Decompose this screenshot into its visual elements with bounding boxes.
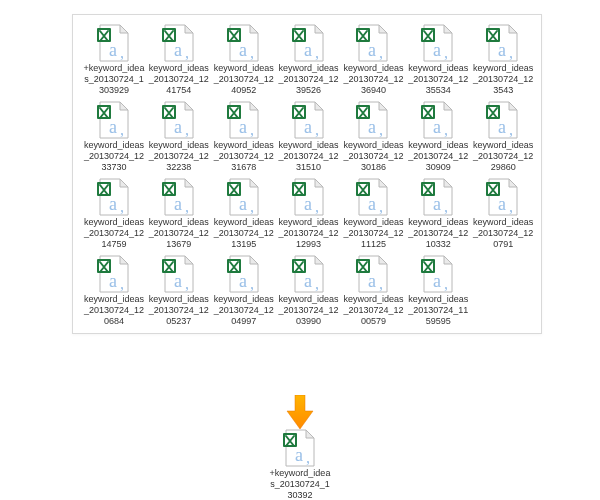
source-files-panel: +keyword_ideas_20130724_1303929 keyword_… <box>72 14 542 334</box>
excel-csv-icon <box>280 428 320 468</box>
excel-csv-icon <box>353 100 393 140</box>
excel-csv-icon <box>289 100 329 140</box>
file-item[interactable]: keyword_ideas_20130724_1239526 <box>278 23 340 96</box>
file-item[interactable]: keyword_ideas_20130724_120791 <box>472 177 534 250</box>
excel-csv-icon <box>159 23 199 63</box>
file-item[interactable]: keyword_ideas_20130724_1213195 <box>213 177 275 250</box>
excel-csv-icon <box>353 23 393 63</box>
excel-csv-icon <box>483 100 523 140</box>
file-label: keyword_ideas_20130724_1159595 <box>407 294 469 327</box>
file-label: +keyword_ideas_20130724_130392 <box>269 468 331 500</box>
file-item[interactable]: keyword_ideas_20130724_1231510 <box>278 100 340 173</box>
file-item[interactable]: keyword_ideas_20130724_1235534 <box>407 23 469 96</box>
file-label: keyword_ideas_20130724_1229860 <box>472 140 534 173</box>
file-label: keyword_ideas_20130724_1212993 <box>278 217 340 250</box>
file-item[interactable]: keyword_ideas_20130724_123543 <box>472 23 534 96</box>
file-grid: +keyword_ideas_20130724_1303929 keyword_… <box>83 23 535 327</box>
excel-csv-icon <box>418 100 458 140</box>
excel-csv-icon <box>418 254 458 294</box>
file-item[interactable]: keyword_ideas_20130724_1205237 <box>148 254 210 327</box>
result-file-area: +keyword_ideas_20130724_130392 <box>0 428 600 500</box>
file-label: keyword_ideas_20130724_1230909 <box>407 140 469 173</box>
excel-csv-icon <box>483 23 523 63</box>
excel-csv-icon <box>224 177 264 217</box>
file-item[interactable]: keyword_ideas_20130724_1214759 <box>83 177 145 250</box>
file-item[interactable]: +keyword_ideas_20130724_1303929 <box>83 23 145 96</box>
excel-csv-icon <box>224 23 264 63</box>
file-label: keyword_ideas_20130724_1211125 <box>342 217 404 250</box>
file-item[interactable]: keyword_ideas_20130724_1210332 <box>407 177 469 250</box>
file-label: keyword_ideas_20130724_1210332 <box>407 217 469 250</box>
file-item[interactable]: keyword_ideas_20130724_1233730 <box>83 100 145 173</box>
file-label: keyword_ideas_20130724_1203990 <box>278 294 340 327</box>
file-label: +keyword_ideas_20130724_1303929 <box>83 63 145 96</box>
file-item[interactable]: keyword_ideas_20130724_1229860 <box>472 100 534 173</box>
excel-csv-icon <box>159 254 199 294</box>
file-item[interactable]: keyword_ideas_20130724_1213679 <box>148 177 210 250</box>
file-item[interactable]: keyword_ideas_20130724_1212993 <box>278 177 340 250</box>
excel-csv-icon <box>353 254 393 294</box>
result-file[interactable]: +keyword_ideas_20130724_130392 <box>269 428 331 500</box>
excel-csv-icon <box>418 177 458 217</box>
file-label: keyword_ideas_20130724_123543 <box>472 63 534 96</box>
file-item[interactable]: keyword_ideas_20130724_1211125 <box>342 177 404 250</box>
excel-csv-icon <box>94 100 134 140</box>
file-label: keyword_ideas_20130724_1231678 <box>213 140 275 173</box>
file-label: keyword_ideas_20130724_1213195 <box>213 217 275 250</box>
excel-csv-icon <box>94 254 134 294</box>
excel-csv-icon <box>159 177 199 217</box>
file-item[interactable]: keyword_ideas_20130724_1236940 <box>342 23 404 96</box>
file-label: keyword_ideas_20130724_1239526 <box>278 63 340 96</box>
file-label: keyword_ideas_20130724_120684 <box>83 294 145 327</box>
excel-csv-icon <box>224 254 264 294</box>
excel-csv-icon <box>418 23 458 63</box>
file-item[interactable]: keyword_ideas_20130724_1230909 <box>407 100 469 173</box>
file-label: keyword_ideas_20130724_1233730 <box>83 140 145 173</box>
file-item[interactable]: keyword_ideas_20130724_1241754 <box>148 23 210 96</box>
file-label: keyword_ideas_20130724_1230186 <box>342 140 404 173</box>
file-label: keyword_ideas_20130724_1200579 <box>342 294 404 327</box>
file-item[interactable]: keyword_ideas_20130724_1240952 <box>213 23 275 96</box>
file-label: keyword_ideas_20130724_120791 <box>472 217 534 250</box>
file-label: keyword_ideas_20130724_1240952 <box>213 63 275 96</box>
excel-csv-icon <box>483 177 523 217</box>
excel-csv-icon <box>224 100 264 140</box>
excel-csv-icon <box>159 100 199 140</box>
file-item[interactable]: keyword_ideas_20130724_1231678 <box>213 100 275 173</box>
file-label: keyword_ideas_20130724_1232238 <box>148 140 210 173</box>
excel-csv-icon <box>289 23 329 63</box>
excel-csv-icon <box>94 177 134 217</box>
file-label: keyword_ideas_20130724_1231510 <box>278 140 340 173</box>
excel-csv-icon <box>94 23 134 63</box>
file-label: keyword_ideas_20130724_1235534 <box>407 63 469 96</box>
file-label: keyword_ideas_20130724_1213679 <box>148 217 210 250</box>
file-item[interactable]: keyword_ideas_20130724_1204997 <box>213 254 275 327</box>
excel-csv-icon <box>289 177 329 217</box>
arrow-down-icon <box>285 395 315 429</box>
file-label: keyword_ideas_20130724_1236940 <box>342 63 404 96</box>
file-label: keyword_ideas_20130724_1204997 <box>213 294 275 327</box>
excel-csv-icon <box>353 177 393 217</box>
file-label: keyword_ideas_20130724_1241754 <box>148 63 210 96</box>
file-item[interactable]: keyword_ideas_20130724_1200579 <box>342 254 404 327</box>
file-label: keyword_ideas_20130724_1214759 <box>83 217 145 250</box>
file-item[interactable]: keyword_ideas_20130724_1230186 <box>342 100 404 173</box>
file-item[interactable]: keyword_ideas_20130724_120684 <box>83 254 145 327</box>
file-label: keyword_ideas_20130724_1205237 <box>148 294 210 327</box>
file-item[interactable]: keyword_ideas_20130724_1203990 <box>278 254 340 327</box>
merge-arrow <box>0 395 600 429</box>
file-item[interactable]: keyword_ideas_20130724_1159595 <box>407 254 469 327</box>
excel-csv-icon <box>289 254 329 294</box>
file-item[interactable]: keyword_ideas_20130724_1232238 <box>148 100 210 173</box>
